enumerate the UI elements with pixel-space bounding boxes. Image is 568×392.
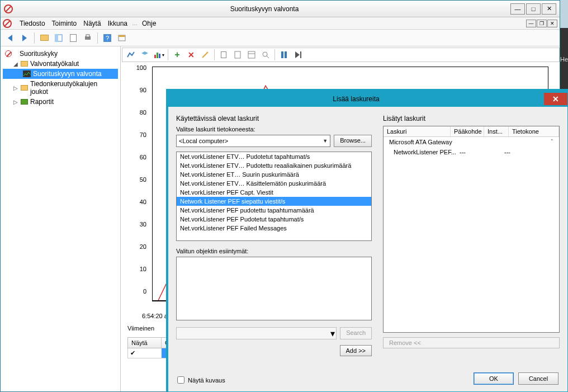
tree-monitoring-tools[interactable]: ◢ Valvontatyökalut [3,59,118,69]
zoom-button[interactable] [259,49,272,61]
tree-perf-monitor[interactable]: Suorituskyvyn valvonta [3,69,118,79]
help-button[interactable]: ? [101,32,113,44]
view-chart-button[interactable] [125,49,137,61]
tree-root[interactable]: Suorituskyky [3,49,118,59]
graph-type-button[interactable]: ▾ [153,49,165,61]
mdi-app-icon [3,19,12,28]
step-button[interactable] [292,49,304,61]
cancel-button[interactable]: Cancel [518,372,558,385]
mdi-close[interactable]: ✕ [547,20,557,27]
open-folder-button[interactable] [38,32,50,44]
counter-list-item[interactable]: Net.vorkListener PEF pudotettu tapahtuma… [177,206,371,215]
document-button[interactable] [67,32,79,44]
arrow-left-icon [8,35,12,41]
counter-list-item[interactable]: Net.vorkListener ETV… Pudotettu reaaliai… [177,161,371,170]
folder-icon [40,35,49,41]
search-combo[interactable]: ▾ [176,327,337,339]
add-button[interactable]: Add >> [340,345,372,356]
counter-list-item[interactable]: Net.vorkListener PEF Failed Messages [177,224,371,233]
close-button[interactable]: ✕ [542,3,556,15]
tree-data-collector[interactable]: ▷ Tiedonkeruutyökalujen joukot [3,79,118,97]
window-icon [117,34,126,42]
folder-icon [21,61,28,67]
dropdown-icon: ▾ [162,53,164,58]
added-col-computer[interactable]: Tietokone [509,126,559,136]
counter-list-item[interactable]: Net.vorkListener PEF Capt. Viestit [177,188,371,197]
show-desc-checkbox[interactable] [177,376,184,384]
browse-button[interactable]: Browse... [334,135,372,147]
copy-icon [221,51,226,58]
menu-help[interactable]: Ohje [139,18,159,29]
added-table[interactable]: Laskuri Pääkohde Inst... Tietokone Micro… [383,126,560,333]
tree-view[interactable]: Suorituskyky ◢ Valvontatyökalut Suoritus… [1,46,121,391]
dialog-titlebar[interactable]: Lisää laskureita ✕ [168,91,567,107]
add-counter-button[interactable]: + [171,49,183,61]
window-title: Suorituskyvyn valvonta [18,5,510,13]
svg-point-16 [263,52,267,56]
pencil-icon [202,51,208,58]
svg-rect-14 [248,51,255,58]
menu-window[interactable]: Ikkuna [105,18,131,29]
svg-rect-3 [86,35,89,37]
copy-button[interactable] [217,49,230,61]
separator [97,32,98,44]
chart-icon [23,70,31,77]
back-button[interactable] [4,32,16,44]
counters-listbox[interactable]: Net.vorkListener ETV… Pudotetut tapahtum… [176,152,372,241]
added-col-inst[interactable]: Inst... [484,126,509,136]
remove-button: Remove << [383,337,560,348]
minimize-button[interactable]: — [510,3,525,15]
separator [274,49,275,60]
forward-button[interactable] [18,32,31,44]
mdi-restore[interactable]: ❐ [537,20,547,27]
layout-button[interactable] [53,32,65,44]
y-tick: 0 [143,288,146,295]
computer-value: <Local computer> [179,138,228,144]
y-tick: 80 [140,109,146,116]
added-column: Lisätyt laskurit Laskuri Pääkohde Inst..… [383,115,560,356]
added-group-name: Microsoft ATA Gateway [387,139,510,145]
counter-list-item[interactable]: Net.vorkListener ETV… Pudotetut tapahtum… [177,152,371,161]
paste-button[interactable] [231,49,244,61]
maximize-button[interactable]: □ [526,3,541,15]
instances-listbox[interactable] [176,257,372,320]
plus-icon: + [174,50,179,60]
dialog-title: Lisää laskureita [168,95,544,103]
added-row-group[interactable]: Microsoft ATA Gateway ˄ [384,137,559,147]
grid-col-show[interactable]: Näytä [128,338,162,348]
counter-list-item[interactable]: Net.vorkListener PEF Pudotetut tapahtuma… [177,215,371,224]
menu-file[interactable]: Tiedosto [16,18,49,29]
mdi-minimize[interactable]: — [526,20,536,27]
print-button[interactable] [82,32,94,44]
clipboard-icon [233,50,242,59]
document-icon [70,34,77,42]
y-tick: 70 [140,131,146,138]
counter-list-item[interactable]: Net.vorkListener ET… Suurin puskurimäärä [177,170,371,179]
menu-view[interactable]: Näytä [80,18,104,29]
tree-item-label: Raportit [30,98,54,106]
y-tick: 60 [140,154,146,160]
y-tick: 90 [140,87,146,93]
view-3d-button[interactable] [139,49,151,61]
dialog-close-button[interactable]: ✕ [544,93,567,105]
window-button[interactable] [116,32,128,44]
ok-button[interactable]: OK [474,372,514,385]
dropdown-icon: ▼ [323,138,328,144]
added-item-inst [482,149,504,155]
delete-counter-button[interactable]: ✕ [185,49,197,61]
menu-action[interactable]: Toiminto [49,18,81,29]
show-desc-row[interactable]: Näytä kuvaus [177,376,225,384]
chevron-up-icon[interactable]: ˄ [551,139,556,145]
added-col-counter[interactable]: Laskuri [384,126,451,136]
properties-button[interactable] [245,49,258,61]
computer-combo[interactable]: <Local computer> ▼ [176,135,330,147]
counter-list-item[interactable]: Net.vorkListener ETV… Käsittelemätön pus… [177,179,371,188]
added-row-item[interactable]: NetworkListener PEF... --- --- [384,147,559,157]
counter-list-item[interactable]: Network Listener PEF siepattu viestit/s [177,197,371,206]
report-icon [21,99,28,105]
tree-reports[interactable]: ▷ Raportit [3,97,118,107]
added-col-parent[interactable]: Pääkohde [451,126,484,136]
grid-checkbox[interactable]: ✔ [128,348,162,358]
highlight-button[interactable] [199,49,211,61]
pause-button[interactable] [278,49,290,61]
